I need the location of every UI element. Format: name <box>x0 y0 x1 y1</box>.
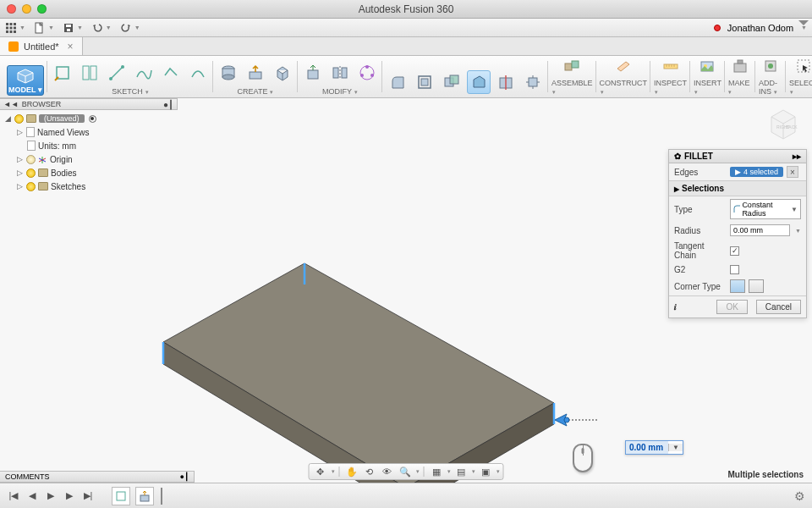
tree-units[interactable]: Units: mm <box>3 139 173 152</box>
svg-rect-33 <box>450 75 458 84</box>
workspace-model-button[interactable]: MODEL ▾ <box>7 65 44 96</box>
cancel-button[interactable]: Cancel <box>756 300 801 314</box>
radius-input[interactable]: 0.00 mm <box>730 224 790 236</box>
viewport-layout-button[interactable]: ▣ <box>478 465 493 478</box>
assemble-joint-button[interactable] <box>560 54 584 78</box>
free-orbit-button[interactable]: ⟲ <box>362 465 377 478</box>
svg-rect-14 <box>83 66 89 80</box>
apps-grid-button[interactable]: ▼ <box>5 22 25 34</box>
timeline-back-button[interactable]: ◀ <box>25 489 39 503</box>
radius-float-field[interactable] <box>626 441 668 454</box>
radius-float-input[interactable]: ▼ <box>625 440 683 455</box>
browser-panel-header[interactable]: ◄◄ BROWSER ●┃ <box>0 98 178 110</box>
timeline-sketch-feature[interactable] <box>112 487 130 505</box>
sketch-rectangle-button[interactable] <box>105 61 129 85</box>
selections-header[interactable]: ▶Selections <box>669 180 806 196</box>
timeline-play-button[interactable]: ▶ <box>44 489 58 503</box>
document-tab[interactable]: Untitled* × <box>0 37 83 55</box>
modify-fillet-button[interactable] <box>386 70 409 94</box>
svg-rect-62 <box>117 492 125 500</box>
clear-selection-button[interactable]: × <box>787 166 798 178</box>
timeline-settings-button[interactable]: ⚙ <box>794 489 805 503</box>
gear-icon[interactable]: ✿ <box>674 152 681 161</box>
popout-icon[interactable]: ▸▸ <box>793 152 801 161</box>
construct-plane-button[interactable] <box>612 54 635 78</box>
create-box-button[interactable] <box>271 61 294 85</box>
tree-bodies[interactable]: ▷ Bodies <box>3 166 173 179</box>
tangent-chain-checkbox[interactable]: ✓ <box>730 246 739 256</box>
addins-button[interactable] <box>759 54 782 78</box>
tangent-chain-label: Tangent Chain <box>674 241 727 260</box>
close-window-button[interactable] <box>7 4 16 14</box>
comments-label: COMMENTS <box>5 472 50 481</box>
insert-button[interactable] <box>695 54 719 78</box>
modify-active-tool-button[interactable] <box>467 70 491 94</box>
timeline-start-button[interactable]: |◀ <box>7 489 20 503</box>
g2-checkbox[interactable] <box>730 265 739 274</box>
redo-button[interactable]: ▼ <box>120 22 140 34</box>
ok-button[interactable]: OK <box>716 300 747 314</box>
create-cylinder-button[interactable] <box>217 61 240 85</box>
navigation-toolbar: ✥ ▾ ✋ ⟲ 👁 🔍 ▾ ▦ ▾ ▤ ▾ ▣ ▾ <box>309 463 504 480</box>
undo-button[interactable]: ▼ <box>91 22 112 34</box>
modify-move-button[interactable] <box>521 70 545 94</box>
document-name: Untitled* <box>24 41 59 52</box>
zoom-button[interactable]: 🔍 <box>398 465 413 478</box>
create-extrude-button[interactable] <box>244 61 267 85</box>
visibility-bulb-icon[interactable] <box>26 155 36 164</box>
timeline-end-button[interactable]: ▶| <box>81 489 95 503</box>
collapse-ribbon-button[interactable] <box>798 20 809 25</box>
tree-named-views[interactable]: ▷ Named Views <box>3 125 173 139</box>
grid-settings-button[interactable]: ▤ <box>453 465 469 478</box>
radius-float-dropdown[interactable]: ▼ <box>668 444 683 451</box>
select-button[interactable] <box>792 54 812 78</box>
visibility-bulb-icon[interactable] <box>14 114 24 124</box>
svg-point-58 <box>564 417 569 422</box>
type-dropdown[interactable]: Constant Radius▼ <box>730 199 801 219</box>
orbit-button[interactable]: ✥ <box>313 465 328 478</box>
visibility-bulb-icon[interactable] <box>26 182 36 191</box>
timeline-forward-button[interactable]: ▶ <box>63 489 76 503</box>
sketch-circle-button[interactable] <box>186 61 210 85</box>
browser-pin-icon[interactable]: ●┃ <box>163 100 173 109</box>
tree-sketches[interactable]: ▷ Sketches <box>3 179 173 193</box>
comments-panel-header[interactable]: COMMENTS ●┃ <box>0 471 195 483</box>
sketch-spline-button[interactable] <box>132 61 156 85</box>
minimize-window-button[interactable] <box>22 4 31 14</box>
inspect-measure-button[interactable] <box>659 54 683 78</box>
display-settings-button[interactable]: ▦ <box>429 465 444 478</box>
sketch-line-button[interactable] <box>78 61 102 85</box>
maximize-window-button[interactable] <box>37 4 47 14</box>
info-icon[interactable]: 𝒊 <box>674 302 677 312</box>
modify-mirror-button[interactable] <box>328 61 352 85</box>
user-name[interactable]: Jonathan Odom <box>727 23 793 33</box>
edges-selection-chip[interactable]: ▶4 selected <box>730 167 783 177</box>
corner-type-label: Corner Type <box>674 282 727 291</box>
timeline-extrude-feature[interactable] <box>135 487 154 505</box>
tree-root[interactable]: ◢ (Unsaved) <box>3 112 173 125</box>
viewcube[interactable]: RIGHT BACK <box>763 103 804 144</box>
corner-type-rolling-button[interactable] <box>730 279 745 293</box>
save-button[interactable]: ▼ <box>63 22 83 34</box>
modify-split-button[interactable] <box>494 70 518 94</box>
type-label: Type <box>674 205 727 214</box>
tree-origin[interactable]: ▷ Origin <box>3 152 173 166</box>
close-tab-button[interactable]: × <box>68 41 74 52</box>
sketch-create-button[interactable] <box>51 61 74 85</box>
corner-type-setback-button[interactable] <box>749 279 764 293</box>
timeline-playhead[interactable] <box>161 488 162 505</box>
make-3dprint-button[interactable] <box>728 54 752 78</box>
file-menu-button[interactable]: ▼ <box>34 22 54 34</box>
modify-combine-button[interactable] <box>440 70 464 94</box>
fillet-drag-handle[interactable] <box>550 410 601 430</box>
radio-indicator-icon[interactable] <box>89 115 96 123</box>
modify-pattern-button[interactable] <box>355 61 379 85</box>
modify-shell-button[interactable] <box>413 70 436 94</box>
visibility-bulb-icon[interactable] <box>26 168 36 178</box>
fillet-dialog-header[interactable]: ✿ FILLET ▸▸ <box>669 150 806 163</box>
look-at-button[interactable]: 👁 <box>380 465 395 478</box>
comments-pin-icon[interactable]: ●┃ <box>180 472 189 481</box>
sketch-arc-button[interactable] <box>159 61 183 85</box>
pan-button[interactable]: ✋ <box>344 465 359 478</box>
modify-presspull-button[interactable] <box>301 61 325 85</box>
